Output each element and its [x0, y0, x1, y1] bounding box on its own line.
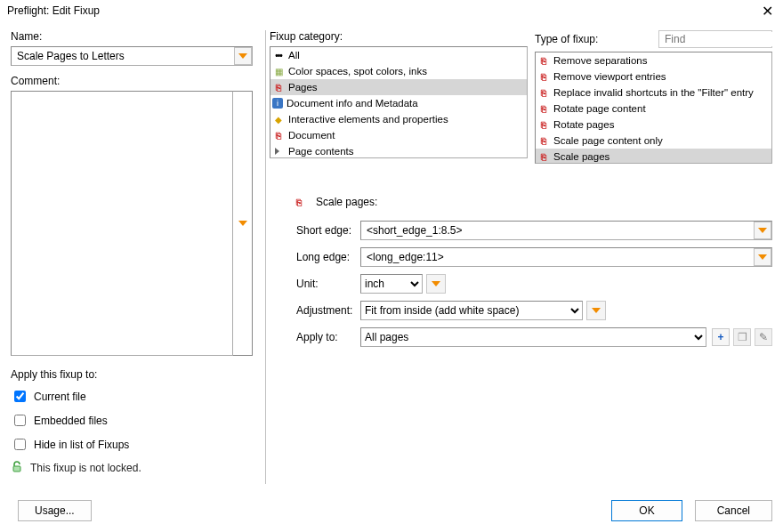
- pdf-icon: ⎘: [537, 86, 550, 99]
- unlock-icon: [11, 460, 23, 475]
- unit-select[interactable]: inch: [360, 274, 423, 294]
- svg-rect-0: [13, 466, 20, 472]
- unit-label: Unit:: [296, 278, 360, 290]
- pdf-icon: ⎘: [272, 129, 285, 141]
- apply-to-label: Apply to:: [296, 331, 360, 343]
- pdf-icon: ⎘: [537, 102, 550, 115]
- adjustment-label: Adjustment:: [296, 304, 360, 317]
- name-input[interactable]: [12, 47, 234, 65]
- category-label: Fixup category:: [270, 30, 528, 43]
- long-edge-dropdown[interactable]: [754, 248, 771, 266]
- adjustment-dropdown[interactable]: [586, 301, 606, 320]
- info-icon: i: [272, 98, 283, 109]
- list-item[interactable]: •••All: [270, 47, 527, 63]
- list-item[interactable]: ⎘Pages: [270, 79, 527, 95]
- list-item[interactable]: ⎘Document: [270, 127, 527, 143]
- list-item[interactable]: ⎘Remove viewport entries: [536, 69, 771, 85]
- pdf-icon: ⎘: [537, 150, 550, 163]
- list-item[interactable]: ▦Color spaces, spot colors, inks: [270, 63, 527, 79]
- find-box[interactable]: ✕: [658, 30, 772, 48]
- vertical-divider: [265, 30, 266, 484]
- list-item[interactable]: ⎘Rotate page content: [536, 101, 771, 117]
- usage-button[interactable]: Usage...: [18, 500, 92, 521]
- pdf-icon: ⎘: [272, 81, 285, 93]
- current-file-label: Current file: [34, 391, 86, 403]
- unit-dropdown[interactable]: [426, 274, 446, 294]
- adjustment-select[interactable]: Fit from inside (add white space): [360, 301, 583, 320]
- type-list[interactable]: ⎘Remove separations ⎘Remove viewport ent…: [535, 52, 772, 164]
- color-icon: ▦: [272, 65, 285, 77]
- current-file-checkbox[interactable]: Current file: [11, 388, 253, 405]
- list-item[interactable]: iDocument info and Metadata: [270, 95, 527, 111]
- window-title: Preflight: Edit Fixup: [7, 4, 756, 17]
- detail-heading: Scale pages:: [316, 196, 377, 208]
- duplicate-button[interactable]: ❐: [733, 328, 751, 346]
- interactive-icon: ◆: [272, 113, 285, 125]
- all-icon: •••: [272, 49, 285, 61]
- chevron-down-icon: [238, 221, 247, 226]
- short-edge-label: Short edge:: [296, 224, 360, 237]
- pdf-icon: ⎘: [537, 118, 550, 131]
- current-file-input[interactable]: [14, 391, 26, 402]
- comment-dropdown-button[interactable]: [233, 91, 253, 356]
- embedded-files-checkbox[interactable]: Embedded files: [11, 412, 253, 429]
- apply-to-select[interactable]: All pages: [360, 327, 706, 347]
- titlebar: Preflight: Edit Fixup ✕: [0, 0, 783, 21]
- chevron-down-icon: [758, 254, 767, 260]
- chevron-down-icon: [758, 228, 767, 233]
- list-item[interactable]: ◆Interactive elements and properties: [270, 111, 527, 127]
- hide-in-list-input[interactable]: [14, 439, 26, 450]
- pdf-icon: ⎘: [293, 196, 305, 208]
- short-edge-input[interactable]: [361, 222, 754, 239]
- comment-textarea[interactable]: [11, 91, 233, 356]
- chevron-down-icon: [592, 308, 601, 313]
- page-icon: [272, 145, 285, 157]
- add-button[interactable]: +: [712, 328, 730, 346]
- cancel-button[interactable]: Cancel: [695, 500, 772, 521]
- list-item[interactable]: ⎘Scale page content only: [536, 133, 771, 149]
- comment-label: Comment:: [11, 75, 253, 87]
- short-edge-dropdown[interactable]: [754, 222, 771, 239]
- lock-text: This fixup is not locked.: [30, 462, 141, 474]
- list-item[interactable]: Page contents: [270, 143, 527, 158]
- chevron-down-icon: [238, 53, 247, 59]
- name-dropdown-button[interactable]: [234, 47, 252, 65]
- long-edge-input[interactable]: [361, 248, 754, 266]
- list-item[interactable]: ⎘Scale pages: [536, 149, 771, 164]
- pdf-icon: ⎘: [537, 54, 550, 67]
- hide-in-list-checkbox[interactable]: Hide in list of Fixups: [11, 436, 253, 453]
- apply-to-label: Apply this fixup to:: [11, 368, 253, 381]
- list-item[interactable]: ⎘Remove separations: [536, 52, 771, 69]
- ok-button[interactable]: OK: [611, 500, 682, 521]
- lock-status: This fixup is not locked.: [11, 460, 253, 475]
- find-input[interactable]: [663, 32, 783, 46]
- list-item[interactable]: ⎘Replace invalid shortcuts in the "Filte…: [536, 85, 771, 101]
- embedded-files-label: Embedded files: [34, 415, 108, 427]
- type-label: Type of fixup:: [535, 33, 598, 45]
- category-list[interactable]: •••All ▦Color spaces, spot colors, inks …: [270, 46, 528, 158]
- long-edge-label: Long edge:: [296, 251, 360, 263]
- close-icon[interactable]: ✕: [756, 3, 778, 20]
- name-label: Name:: [11, 30, 253, 43]
- hide-in-list-label: Hide in list of Fixups: [34, 439, 129, 451]
- embedded-files-input[interactable]: [14, 415, 26, 426]
- edit-button[interactable]: ✎: [755, 328, 772, 346]
- pdf-icon: ⎘: [537, 134, 550, 147]
- list-item[interactable]: ⎘Rotate pages: [536, 117, 771, 133]
- chevron-down-icon: [432, 281, 440, 286]
- pdf-icon: ⎘: [537, 70, 550, 83]
